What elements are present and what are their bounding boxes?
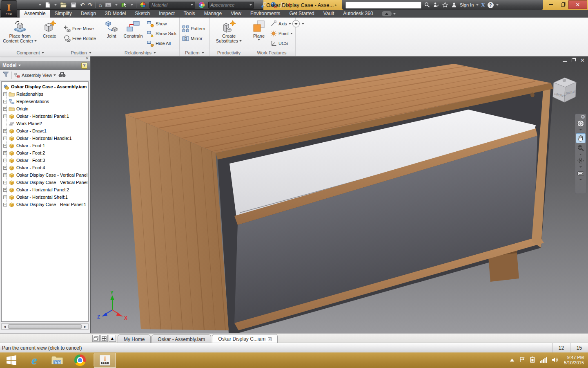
create-component-button[interactable]: Create [39, 18, 60, 49]
tree-item[interactable]: +Oskar - Foot:2 [2, 149, 88, 157]
tab-tools[interactable]: Tools [179, 10, 200, 18]
browser-close-icon[interactable]: ✕ [85, 57, 89, 61]
tab-vault[interactable]: Vault [319, 10, 339, 18]
restore-button[interactable] [557, 0, 568, 9]
color-wheel-icon[interactable] [198, 1, 205, 9]
doc-close-button[interactable]: ✕ [580, 58, 585, 63]
doc-restore-button[interactable] [572, 58, 575, 62]
orbit-caret[interactable] [579, 166, 582, 168]
battery-icon[interactable] [530, 357, 535, 364]
material-browser-icon[interactable] [139, 1, 147, 9]
help-icon[interactable]: ? [488, 2, 494, 8]
sign-in-caret[interactable] [476, 4, 479, 6]
place-from-content-center-button[interactable]: Place from Content Center [1, 18, 38, 49]
tab-my-home[interactable]: My Home [118, 334, 151, 343]
material-combo[interactable]: Material [149, 2, 195, 9]
tab-assemble[interactable]: Assemble [20, 10, 50, 18]
expand-icon[interactable]: + [3, 203, 7, 206]
action-center-flag-icon[interactable] [519, 357, 525, 364]
3d-viewport[interactable]: FRONT RIGHT Y Z X ✕ ✕ [91, 56, 588, 333]
group-label-productivity[interactable]: Productivity [210, 49, 248, 56]
plane-button[interactable]: Plane [249, 18, 268, 49]
select-tool-caret[interactable] [131, 4, 133, 6]
redo-icon[interactable]: ↷ [88, 2, 93, 8]
ucs-button[interactable]: UCS [269, 38, 294, 48]
start-button[interactable] [0, 352, 23, 368]
inventor-taskbar-button[interactable]: IPRO [94, 353, 116, 368]
expand-icon[interactable]: + [3, 144, 7, 148]
group-label-position[interactable]: Position [61, 49, 101, 56]
tab-view[interactable]: View [226, 10, 246, 18]
expand-icon[interactable]: + [3, 114, 7, 118]
pattern-button[interactable]: Pattern [181, 24, 206, 34]
expand-icon[interactable]: + [3, 151, 7, 155]
undo-icon[interactable]: ↶ [80, 2, 85, 8]
cascade-windows-icon[interactable] [92, 335, 100, 342]
tree-item[interactable]: +Oskar - Horizontal Panel:1 [2, 112, 88, 120]
new-file-caret[interactable] [54, 4, 57, 6]
appearance-combo[interactable]: Appearance [208, 2, 254, 9]
tree-item[interactable]: +Oskar - Foot:4 [2, 164, 88, 171]
home-icon[interactable]: ⌂ [98, 2, 102, 8]
navbar-close-icon[interactable]: ✕ [581, 115, 585, 119]
free-move-button[interactable]: Free Move [62, 24, 97, 34]
ribbon-collapse-button[interactable] [292, 19, 305, 28]
expand-icon[interactable]: + [3, 129, 7, 133]
group-label-relationships[interactable]: Relationships [101, 49, 179, 56]
sign-in-person-icon[interactable] [451, 2, 457, 8]
scroll-left-arrow[interactable]: ◄ [2, 324, 8, 329]
tree-item[interactable]: +Oskar - Foot:1 [2, 142, 88, 149]
tab-3d-model[interactable]: 3D Model [100, 10, 130, 18]
expand-icon[interactable]: + [3, 92, 7, 96]
search-binoculars-icon[interactable] [58, 72, 66, 79]
wheel-caret[interactable] [579, 129, 582, 130]
navigation-wheel-button[interactable] [576, 119, 586, 128]
taskbar-clock[interactable]: 9:47 PM 5/10/2015 [564, 355, 584, 366]
tree-item[interactable]: +Oskar Display Case - Vertical Panel: [2, 179, 88, 186]
expand-icon[interactable]: + [3, 181, 7, 184]
open-button[interactable] [60, 1, 67, 9]
tree-item[interactable]: +Relationships [2, 90, 88, 98]
orbit-tool-button[interactable] [576, 156, 586, 166]
scrollbar-thumb[interactable] [8, 324, 82, 329]
doc-minimize-button[interactable] [563, 61, 567, 62]
screencast-caret[interactable] [393, 13, 396, 15]
axis-button[interactable]: Axis [269, 19, 294, 29]
network-signal-icon[interactable] [540, 357, 547, 364]
tree-item[interactable]: +Origin [2, 105, 88, 112]
file-explorer-button[interactable] [46, 352, 69, 368]
browser-horizontal-scrollbar[interactable]: ◄ ► [1, 323, 89, 330]
group-label-pattern[interactable]: Pattern [180, 49, 209, 56]
search-icon[interactable] [424, 2, 430, 8]
tab-sketch[interactable]: Sketch [130, 10, 154, 18]
render-style-caret[interactable] [115, 4, 118, 6]
scroll-right-arrow[interactable]: ► [82, 324, 88, 329]
expand-icon[interactable]: + [3, 188, 7, 192]
tab-oskar-assembly[interactable]: Oskar - Assembly.iam [151, 334, 211, 343]
tab-autodesk-360[interactable]: Autodesk 360 [339, 10, 377, 18]
group-label-component[interactable]: Component [0, 49, 61, 56]
search-input[interactable] [345, 2, 421, 9]
exchange-apps-icon[interactable]: X [481, 2, 485, 8]
expand-icon[interactable]: + [3, 173, 7, 177]
mirror-button[interactable]: Mirror [181, 34, 206, 43]
close-button[interactable]: ✕ [568, 0, 587, 9]
browser-title-caret[interactable] [18, 65, 21, 66]
tab-environments[interactable]: Environments [246, 10, 285, 18]
volume-icon[interactable] [552, 357, 559, 364]
tree-item-root[interactable]: Oskar Display Case - Assembly.iam [2, 83, 88, 90]
filter-icon[interactable] [2, 71, 9, 79]
view-mode-selector[interactable]: Assembly View [14, 72, 56, 78]
expand-icon[interactable]: + [3, 137, 7, 140]
select-tool-icon[interactable] [120, 1, 128, 9]
tree-item[interactable]: +Oskar Display Case - Vertical Panel: [2, 171, 88, 179]
expand-icon[interactable]: + [3, 166, 7, 170]
chrome-button[interactable] [69, 352, 91, 368]
minimize-button[interactable] [546, 0, 557, 9]
browser-help-icon[interactable]: ? [81, 63, 87, 69]
tree-item[interactable]: +Oskar - Foot:3 [2, 157, 88, 164]
tree-item[interactable]: +Oskar - Horizontal Shelf:1 [2, 193, 88, 201]
app-menu-caret[interactable] [39, 4, 41, 6]
pan-tool-button[interactable] [576, 133, 586, 143]
application-menu-button[interactable]: I PRO [1, 0, 17, 17]
